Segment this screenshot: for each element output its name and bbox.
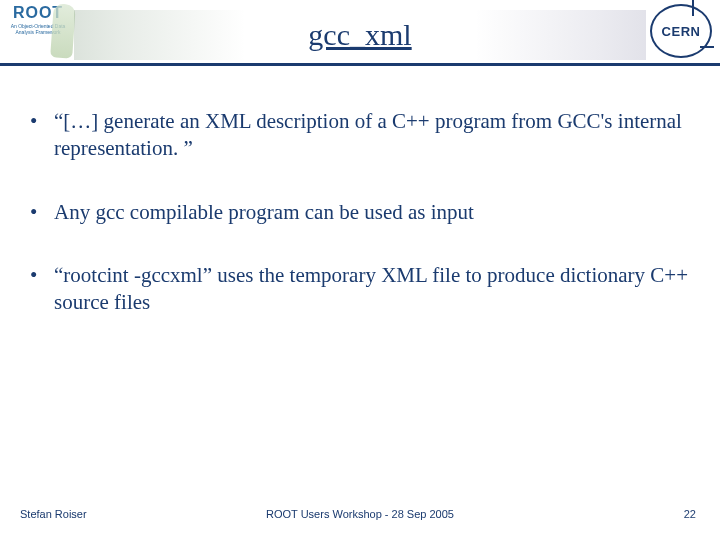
slide-header: ROOT An Object-Oriented Data Analysis Fr… — [0, 0, 720, 66]
bullet-item: “rootcint -gccxml” uses the temporary XM… — [26, 262, 694, 317]
cern-logo: CERN — [650, 4, 712, 58]
root-logo: ROOT An Object-Oriented Data Analysis Fr… — [6, 4, 70, 62]
bullet-item: “[…] generate an XML description of a C+… — [26, 108, 694, 163]
bullet-list: “[…] generate an XML description of a C+… — [26, 108, 694, 316]
title-strip: gcc_xml — [74, 10, 646, 60]
slide-footer: Stefan Roiser ROOT Users Workshop - 28 S… — [0, 508, 720, 528]
slide-title: gcc_xml — [308, 18, 411, 52]
slide-body: “[…] generate an XML description of a C+… — [26, 108, 694, 352]
root-logo-graphic — [50, 3, 76, 58]
cern-logo-text: CERN — [662, 24, 701, 39]
footer-center: ROOT Users Workshop - 28 Sep 2005 — [0, 508, 720, 520]
bullet-item: Any gcc compilable program can be used a… — [26, 199, 694, 226]
footer-page-number: 22 — [684, 508, 696, 520]
